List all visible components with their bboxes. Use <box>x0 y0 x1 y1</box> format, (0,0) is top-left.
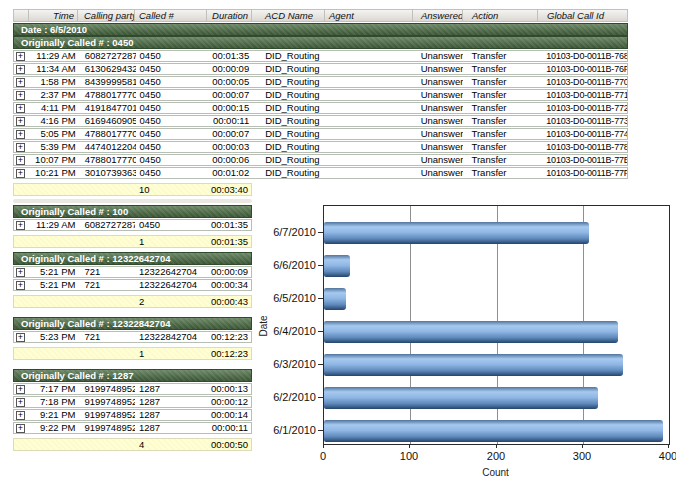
y-axis-tick <box>318 265 323 266</box>
x-tick-label: 300 <box>562 450 602 462</box>
y-category-label: 6/5/2010 <box>256 292 316 304</box>
chart-plot-area <box>323 205 670 445</box>
report-canvas: TimeCalling party #Called #DurationACD N… <box>0 0 676 485</box>
chart-bar <box>324 354 623 376</box>
y-category-label: 6/3/2010 <box>256 358 316 370</box>
x-axis-tick <box>496 444 497 448</box>
y-category-label: 6/4/2010 <box>256 325 316 337</box>
y-category-label: 6/1/2010 <box>256 424 316 436</box>
chart-bar <box>324 222 589 244</box>
x-axis-tick <box>323 444 324 448</box>
y-axis-tick <box>318 430 323 431</box>
chart-bar <box>324 420 663 442</box>
y-category-label: 6/7/2010 <box>256 226 316 238</box>
count-by-date-chart: Count Date 01002003004006/7/20106/6/2010… <box>0 0 676 485</box>
chart-bar <box>324 321 618 343</box>
y-axis-tick <box>318 298 323 299</box>
chart-x-axis-title: Count <box>323 467 668 478</box>
x-tick-label: 200 <box>476 450 516 462</box>
x-axis-tick <box>582 444 583 448</box>
x-axis-tick <box>409 444 410 448</box>
y-axis-tick <box>318 364 323 365</box>
x-axis-tick <box>668 444 669 448</box>
x-tick-label: 400 <box>648 450 676 462</box>
x-tick-label: 0 <box>303 450 343 462</box>
x-tick-label: 100 <box>389 450 429 462</box>
y-category-label: 6/6/2010 <box>256 259 316 271</box>
chart-bar <box>324 387 598 409</box>
y-axis-tick <box>318 397 323 398</box>
chart-bar <box>324 255 350 277</box>
y-axis-tick <box>318 331 323 332</box>
y-axis-tick <box>318 232 323 233</box>
chart-bar <box>324 288 346 310</box>
y-category-label: 6/2/2010 <box>256 391 316 403</box>
